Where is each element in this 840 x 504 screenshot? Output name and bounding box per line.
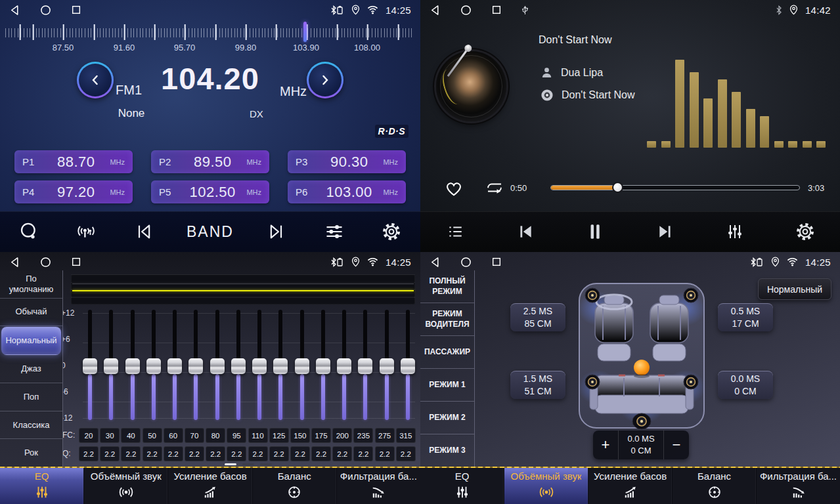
delay-front-right[interactable]: 0.5 MS 17 CM (718, 303, 773, 331)
eq-band-fc[interactable]: 50 (143, 428, 162, 443)
eq-slider-knob[interactable] (231, 358, 246, 374)
eq-band-slider[interactable] (273, 310, 288, 423)
tab-filter[interactable]: Фильтрация ба... (337, 468, 420, 504)
eq-slider-knob[interactable] (401, 358, 415, 374)
tab-surround[interactable]: Объёмный звук (84, 468, 168, 504)
home-button[interactable] (460, 257, 472, 268)
eq-band-q[interactable]: 2.2 (396, 446, 416, 461)
eq-band-slider[interactable] (146, 310, 161, 423)
tab-filter[interactable]: Фильтрация ба... (757, 468, 840, 504)
delay-increase-button[interactable]: + (593, 430, 618, 459)
tab-surround[interactable]: Объёмный звук (504, 468, 588, 504)
delay-decrease-button[interactable]: − (664, 430, 689, 459)
eq-band-q[interactable]: 2.2 (185, 446, 204, 461)
eq-band-slider[interactable] (295, 310, 309, 423)
delay-rear-left[interactable]: 1.5 MS 51 CM (510, 371, 565, 399)
eq-band-slider[interactable] (210, 310, 225, 423)
tune-up-button[interactable] (307, 62, 343, 98)
eq-band-slider[interactable] (83, 310, 97, 423)
eq-band-fc[interactable]: 70 (185, 428, 204, 443)
seek-bar-knob[interactable] (612, 182, 623, 193)
eq-band-fc[interactable]: 275 (375, 428, 395, 443)
equalizer-button[interactable] (720, 222, 749, 241)
eq-band-slider[interactable] (337, 310, 351, 423)
eq-slider-knob[interactable] (188, 358, 203, 374)
eq-band-q[interactable]: 2.2 (353, 446, 373, 461)
delay-rear-right[interactable]: 0.0 MS 0 CM (718, 371, 773, 399)
favorite-button[interactable] (444, 178, 464, 200)
preset-button-2[interactable]: P289.50MHz (151, 150, 269, 173)
eq-preset-default[interactable]: По умолчанию (0, 270, 62, 299)
eq-slider-knob[interactable] (146, 358, 161, 374)
recents-button[interactable] (491, 5, 502, 15)
seek-bar[interactable] (550, 185, 800, 190)
eq-band-q[interactable]: 2.2 (248, 446, 268, 461)
eq-slider-knob[interactable] (83, 358, 97, 374)
tab-eq[interactable]: EQ (0, 468, 84, 504)
eq-band-fc[interactable]: 110 (248, 428, 268, 443)
eq-band-slider[interactable] (125, 310, 140, 423)
eq-slider-knob[interactable] (358, 358, 372, 374)
mode-full[interactable]: ПОЛНЫЙ РЕЖИМ (420, 270, 474, 303)
band-button[interactable]: BAND (187, 223, 234, 241)
back-button[interactable] (9, 257, 20, 268)
eq-preset-classic[interactable]: Классика (0, 411, 62, 440)
eq-band-q[interactable]: 2.2 (79, 446, 99, 461)
delay-front-left[interactable]: 2.5 MS 85 CM (510, 303, 565, 331)
settings-gear-button[interactable] (377, 222, 406, 242)
recents-button[interactable] (71, 257, 81, 267)
eq-band-slider[interactable] (188, 310, 203, 423)
eq-band-q[interactable]: 2.2 (227, 446, 246, 461)
recents-button[interactable] (71, 5, 81, 15)
eq-slider-knob[interactable] (252, 358, 267, 374)
eq-band-q[interactable]: 2.2 (311, 446, 331, 461)
home-button[interactable] (460, 5, 472, 16)
recents-button[interactable] (491, 257, 502, 267)
eq-band-fc[interactable]: 235 (353, 428, 373, 443)
pause-button[interactable] (581, 222, 609, 241)
eq-band-fc[interactable]: 175 (311, 428, 331, 443)
eq-band-fc[interactable]: 80 (206, 428, 225, 443)
previous-track-button[interactable] (511, 223, 540, 240)
eq-band-fc[interactable]: 315 (396, 428, 416, 443)
eq-band-fc[interactable]: 60 (164, 428, 183, 443)
eq-slider-knob[interactable] (337, 358, 351, 374)
eq-band-fc[interactable]: 125 (269, 428, 289, 443)
preset-button-3[interactable]: P390.30MHz (288, 150, 406, 173)
eq-band-q[interactable]: 2.2 (206, 446, 225, 461)
preset-button-5[interactable]: P5102.50MHz (151, 180, 269, 203)
eq-slider-knob[interactable] (380, 358, 394, 374)
next-station-button[interactable] (262, 222, 291, 241)
tab-bass-boost[interactable]: Усиление басов (588, 468, 673, 504)
eq-band-q[interactable]: 2.2 (121, 446, 141, 461)
eq-preset-custom[interactable]: Обычай (0, 299, 62, 327)
eq-band-fc[interactable]: 20 (79, 428, 99, 443)
next-track-button[interactable] (651, 223, 680, 240)
eq-band-q[interactable]: 2.2 (269, 446, 289, 461)
eq-band-fc[interactable]: 200 (332, 428, 352, 443)
eq-band-fc[interactable]: 40 (121, 428, 141, 443)
eq-preset-normal[interactable]: Нормальный (1, 327, 61, 355)
eq-band-slider[interactable] (167, 310, 182, 423)
playlist-button[interactable] (441, 223, 470, 240)
eq-slider-knob[interactable] (210, 358, 225, 374)
eq-band-fc[interactable]: 95 (227, 428, 246, 443)
eq-band-slider[interactable] (231, 310, 246, 423)
eq-band-q[interactable]: 2.2 (143, 446, 162, 461)
mode-3[interactable]: РЕЖИМ 3 (420, 434, 474, 467)
eq-preset-jazz[interactable]: Джаз (0, 356, 62, 384)
mode-driver[interactable]: РЕЖИМ ВОДИТЕЛЯ (420, 303, 474, 336)
mode-passenger[interactable]: ПАССАЖИР (420, 336, 474, 369)
preset-button-6[interactable]: P6103.00MHz (288, 180, 406, 203)
eq-band-fc[interactable]: 150 (290, 428, 310, 443)
eq-band-slider[interactable] (380, 310, 394, 423)
eq-band-slider[interactable] (401, 310, 415, 423)
audio-settings-button[interactable] (320, 222, 349, 241)
eq-band-slider[interactable] (104, 310, 118, 423)
eq-slider-knob[interactable] (104, 358, 118, 374)
eq-slider-knob[interactable] (125, 358, 140, 374)
broadcast-antenna-button[interactable] (72, 222, 100, 241)
tab-balance[interactable]: Баланс (253, 468, 337, 504)
tab-bass-boost[interactable]: Усиление басов (168, 468, 252, 504)
mode-1[interactable]: РЕЖИМ 1 (420, 369, 474, 402)
